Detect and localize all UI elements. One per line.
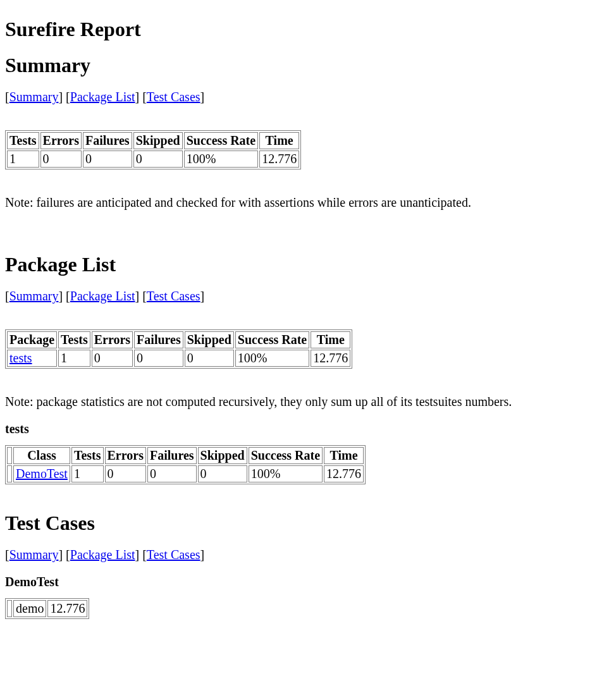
cell-name: demo xyxy=(13,600,46,617)
package-link-tests[interactable]: tests xyxy=(9,351,32,365)
header-success-rate: Success Rate xyxy=(184,132,258,149)
cell-package: tests xyxy=(7,350,57,367)
package-table: Package Tests Errors Failures Skipped Su… xyxy=(5,329,352,369)
cell-time: 12.776 xyxy=(259,150,299,168)
testcase-table: demo 12.776 xyxy=(5,598,89,619)
header-failures: Failures xyxy=(134,331,183,348)
summary-table: Tests Errors Failures Skipped Success Ra… xyxy=(5,130,301,169)
header-skipped: Skipped xyxy=(185,331,234,348)
header-errors: Errors xyxy=(105,447,146,464)
page-title: Surefire Report xyxy=(5,18,611,41)
nav-link-package-list[interactable]: Package List xyxy=(70,548,135,561)
header-errors: Errors xyxy=(40,132,82,149)
cell-failures: 0 xyxy=(147,465,197,482)
table-row: 1 0 0 0 100% 12.776 xyxy=(7,150,299,168)
nav-link-summary[interactable]: Summary xyxy=(9,548,59,561)
cell-errors: 0 xyxy=(40,150,82,168)
cell-errors: 0 xyxy=(105,465,146,482)
header-errors: Errors xyxy=(92,331,133,348)
cell-success-rate: 100% xyxy=(235,350,309,367)
table-row: demo 12.776 xyxy=(7,600,87,617)
nav-links: [Summary] [Package List] [Test Cases] xyxy=(5,90,611,104)
cell-skipped: 0 xyxy=(185,350,234,367)
cell-time: 12.776 xyxy=(311,350,350,367)
cell-failures: 0 xyxy=(134,350,183,367)
summary-note: Note: failures are anticipated and check… xyxy=(5,195,611,210)
header-success-rate: Success Rate xyxy=(249,447,323,464)
table-header-row: Class Tests Errors Failures Skipped Succ… xyxy=(7,447,364,464)
table-header-row: Package Tests Errors Failures Skipped Su… xyxy=(7,331,350,348)
nav-links: [Summary] [Package List] [Test Cases] xyxy=(5,548,611,562)
header-tests: Tests xyxy=(58,331,90,348)
header-time: Time xyxy=(311,331,350,348)
nav-link-package-list[interactable]: Package List xyxy=(70,289,135,303)
header-blank xyxy=(7,447,12,464)
cell-skipped: 0 xyxy=(133,150,183,168)
header-class: Class xyxy=(13,447,70,464)
cell-skipped: 0 xyxy=(198,465,247,482)
nav-link-package-list[interactable]: Package List xyxy=(70,90,135,104)
nav-link-test-cases[interactable]: Test Cases xyxy=(147,90,200,104)
header-skipped: Skipped xyxy=(133,132,183,149)
nav-link-test-cases[interactable]: Test Cases xyxy=(147,548,200,561)
header-tests: Tests xyxy=(71,447,104,464)
header-failures: Failures xyxy=(147,447,197,464)
nav-links: [Summary] [Package List] [Test Cases] xyxy=(5,289,611,304)
table-header-row: Tests Errors Failures Skipped Success Ra… xyxy=(7,132,299,149)
table-row: tests 1 0 0 0 100% 12.776 xyxy=(7,350,350,367)
nav-link-summary[interactable]: Summary xyxy=(9,289,59,303)
cell-time: 12.776 xyxy=(324,465,364,482)
cell-tests: 1 xyxy=(58,350,90,367)
cell-success-rate: 100% xyxy=(249,465,323,482)
testcase-subheading-demotest: DemoTest xyxy=(5,575,611,589)
class-link-demotest[interactable]: DemoTest xyxy=(16,467,68,481)
cell-time: 12.776 xyxy=(47,600,87,617)
header-tests: Tests xyxy=(7,132,39,149)
cell-errors: 0 xyxy=(92,350,133,367)
package-note: Note: package statistics are not compute… xyxy=(5,395,611,409)
header-time: Time xyxy=(259,132,299,149)
header-skipped: Skipped xyxy=(198,447,247,464)
header-package: Package xyxy=(7,331,57,348)
summary-heading: Summary xyxy=(5,54,611,77)
package-subheading-tests: tests xyxy=(5,422,611,436)
cell-tests: 1 xyxy=(7,150,39,168)
cell-failures: 0 xyxy=(83,150,132,168)
package-list-heading: Package List xyxy=(5,253,611,276)
cell-tests: 1 xyxy=(71,465,104,482)
table-row: DemoTest 1 0 0 0 100% 12.776 xyxy=(7,465,364,482)
header-time: Time xyxy=(324,447,364,464)
cell-blank xyxy=(7,600,12,617)
header-failures: Failures xyxy=(83,132,132,149)
cell-blank xyxy=(7,465,12,482)
cell-success-rate: 100% xyxy=(184,150,258,168)
cell-class: DemoTest xyxy=(13,465,70,482)
test-cases-heading: Test Cases xyxy=(5,512,611,535)
nav-link-summary[interactable]: Summary xyxy=(9,90,59,104)
header-success-rate: Success Rate xyxy=(235,331,309,348)
class-table: Class Tests Errors Failures Skipped Succ… xyxy=(5,445,366,484)
nav-link-test-cases[interactable]: Test Cases xyxy=(147,289,200,303)
